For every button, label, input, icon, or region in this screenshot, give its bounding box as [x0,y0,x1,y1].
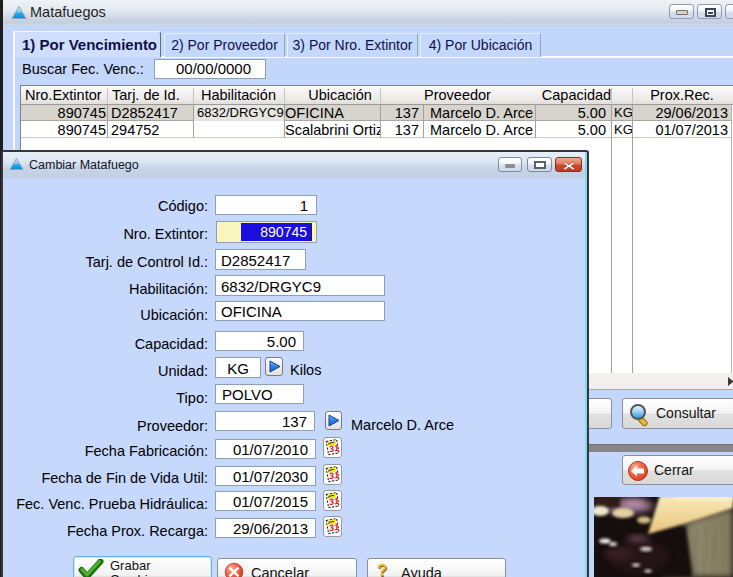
svg-text:31: 31 [328,443,340,455]
svg-text:31: 31 [328,470,340,482]
svg-text:31: 31 [328,496,340,508]
svg-text:31: 31 [328,522,340,534]
